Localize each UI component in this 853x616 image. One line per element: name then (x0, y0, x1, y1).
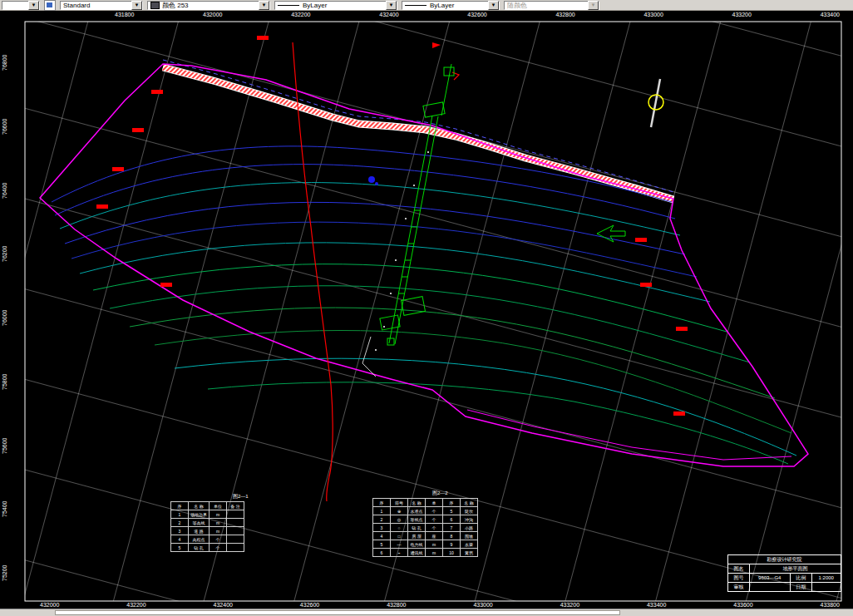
table-cell: 钻 孔 (408, 524, 426, 532)
coordinate-label: 76200 (2, 250, 13, 262)
coordinate-label: 432800 (555, 12, 574, 17)
table-cell: 序 (373, 499, 391, 507)
table-cell: 9 (443, 540, 461, 549)
table-cell: 陡坎 (461, 507, 478, 515)
color-swatch-icon (150, 2, 160, 9)
table-cell: 电力线 (408, 540, 426, 549)
table-cell: 1 (373, 507, 391, 515)
title-block-org: 勘察设计研究院 (728, 555, 841, 564)
chevron-down-icon[interactable]: ▼ (488, 1, 499, 10)
table-cell: 10 (443, 549, 461, 557)
title-block-no-value: 9603—G4 (749, 574, 790, 583)
table-cell: 1 (171, 510, 189, 519)
left-coordinate-labels: 7680076600764007620076000758007560075400… (2, 59, 13, 581)
coordinate-label: 75400 (2, 505, 13, 517)
table-cell: 道 路 (189, 527, 210, 535)
table-cell: m (426, 540, 443, 549)
table-cell: 5 (171, 544, 189, 552)
lineweight-value: ByLayer (430, 2, 454, 9)
coordinate-label: 432000 (40, 602, 59, 608)
lineweight-dropdown[interactable]: ByLayer ▼ (402, 1, 500, 10)
table-cell: 7 (443, 524, 461, 532)
table-cell: 钻 孔 (189, 544, 210, 552)
bottom-coordinate-labels: 4320004322004324004326004328004330004332… (40, 602, 840, 608)
chevron-down-icon: ▼ (588, 1, 599, 10)
title-block-check-label: 审核 (728, 583, 750, 592)
color-value: 颜色 253 (162, 2, 189, 9)
text-style-icon[interactable] (44, 0, 56, 11)
title-block-scale-value: 1:2000 (811, 574, 841, 583)
table-cell: 水准点 (408, 507, 426, 515)
color-dropdown[interactable]: 颜色 253 ▼ (147, 1, 270, 10)
table-cell: 4 (373, 532, 391, 540)
toolbar: ▼ Standard ▼ 颜色 253 ▼ ByLayer ▼ ByLayer … (0, 0, 853, 11)
coordinate-label: 432000 (203, 12, 222, 17)
table-cell: 篱笆 (461, 549, 478, 557)
command-line-edge[interactable] (55, 610, 620, 615)
table-cell: 序 (443, 499, 461, 507)
coordinate-label: 433000 (643, 12, 663, 17)
coordinate-label: 76600 (2, 123, 13, 135)
unnamed-dropdown[interactable]: ▼ (2, 1, 40, 10)
lineweight-sample-icon (405, 5, 426, 6)
coordinate-label: 433400 (821, 12, 840, 17)
legend-table-1: 序名 称单位备 注1场地边界m2等高线m3道 路m4高程点个5钻 孔个 (170, 501, 244, 552)
top-coordinate-labels: 4318004320004322004324004326004328004330… (115, 12, 840, 17)
table-cell: 个 (426, 515, 443, 524)
coordinate-label: 432600 (467, 12, 486, 17)
table-cell: — (391, 540, 408, 549)
linetype-dropdown[interactable]: ByLayer ▼ (274, 1, 397, 10)
table-cell: 4 (171, 535, 189, 544)
table-cell: 导线点 (408, 515, 426, 524)
table-cell: 6 (373, 549, 391, 557)
coordinate-label: 433200 (732, 12, 752, 17)
table-cell: ⌁ (391, 549, 408, 557)
table-cell: 名 称 (189, 502, 210, 510)
coordinate-label: 432200 (291, 12, 310, 17)
title-block-name-value: 地形平面图 (749, 564, 841, 574)
chevron-down-icon[interactable]: ▼ (28, 1, 39, 10)
table-cell: 房 屋 (408, 532, 426, 540)
table-cell: 名 称 (408, 499, 426, 507)
chevron-down-icon[interactable]: ▼ (386, 1, 397, 10)
coordinate-label: 431800 (115, 12, 134, 17)
chevron-down-icon[interactable]: ▼ (259, 1, 269, 10)
coordinate-label: 75200 (2, 569, 13, 581)
table-cell: 水渠 (461, 540, 478, 549)
table-cell: 8 (443, 532, 461, 540)
table-cell: 2 (373, 515, 391, 524)
title-block-date-label: 日期 (790, 583, 811, 592)
table-cell: 3 (373, 524, 391, 532)
chevron-down-icon[interactable]: ▼ (131, 1, 142, 10)
table-cell: m (210, 527, 227, 535)
table-cell (227, 544, 244, 552)
plotstyle-dropdown: 随颜色 ▼ (504, 1, 599, 10)
coordinate-label: 432200 (126, 602, 145, 608)
coordinate-label: 432800 (387, 602, 406, 608)
table-cell (227, 510, 244, 519)
table-cell: 名 称 (461, 499, 478, 507)
table-cell: 5 (373, 540, 391, 549)
table-cell: 小路 (461, 524, 478, 532)
table-cell: ○ (391, 524, 408, 532)
text-style-value: Standard (63, 2, 90, 9)
table-cell: 场地边界 (189, 510, 210, 519)
legend-table-2-title: 图2—2 (432, 490, 448, 497)
drawing-viewport[interactable]: 4318004320004322004324004326004328004330… (0, 11, 853, 609)
table-cell: 冲沟 (461, 515, 478, 524)
table-cell: m (210, 510, 227, 519)
table-cell: m (426, 549, 443, 557)
coordinate-label: 76400 (2, 187, 13, 199)
table-cell: 个 (426, 524, 443, 532)
coordinate-label: 433600 (733, 602, 752, 608)
table-cell: 通讯线 (408, 549, 426, 557)
coordinate-label: 433400 (647, 602, 666, 608)
coordinate-label: 75600 (2, 442, 13, 454)
table-cell (227, 527, 244, 535)
table-cell (227, 519, 244, 527)
coordinate-label: 432400 (379, 12, 398, 17)
title-block: 勘察设计研究院 图名 地形平面图 图号 9603—G4 比例 1:2000 审核… (727, 554, 841, 592)
text-style-dropdown[interactable]: Standard ▼ (60, 1, 143, 10)
table-cell: 等高线 (189, 519, 210, 527)
table-cell: 符号 (391, 499, 408, 507)
